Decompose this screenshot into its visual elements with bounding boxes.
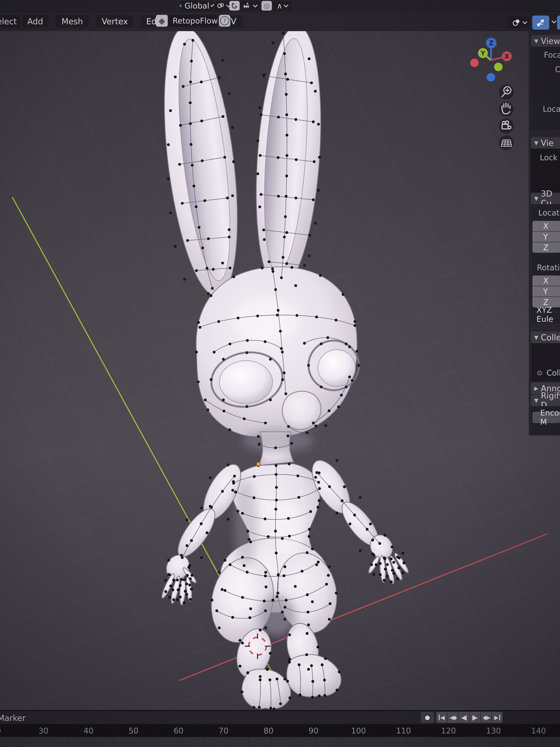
section-rigify[interactable]: ▼ Rigify D — [531, 395, 560, 406]
timeline-ruler[interactable]: 0 30 40 50 60 70 80 90 100 110 120 130 1… — [0, 724, 560, 737]
section-view-lock[interactable]: ▼ Vie — [531, 137, 560, 149]
jump-end-icon: ▶ — [494, 714, 499, 721]
triangle-down-icon: ▼ — [534, 397, 538, 404]
orthographic-toggle-button[interactable] — [499, 135, 514, 150]
transform-orientation-dropdown[interactable]: Global — [179, 1, 213, 10]
triangle-down-icon: ▼ — [534, 196, 538, 202]
frame-tick: 40 — [77, 726, 100, 735]
end-bar-icon — [499, 715, 500, 720]
sidebar-n-panel: ▼ View Foca C Local ▼ Vie Lock to ▼ 3D C… — [529, 31, 560, 435]
pan-button[interactable] — [499, 102, 514, 117]
proportional-editing-toggle[interactable]: ◎ — [262, 1, 272, 10]
menu-mesh[interactable]: Mesh — [56, 15, 89, 27]
triangle-down-icon: ▼ — [534, 140, 538, 146]
cursor-location-z-field[interactable]: Z — [532, 242, 560, 253]
section-view[interactable]: ▼ View — [531, 35, 560, 47]
triangle-right-icon: ▶ — [534, 385, 538, 391]
retopoflow-dropdown[interactable]: RetopoFlow — [169, 15, 217, 27]
gizmo-neg-x-ball[interactable] — [470, 58, 479, 67]
chevron-down-icon — [284, 3, 289, 7]
snap-magnet-icon — [231, 2, 238, 9]
help-icon: ? — [220, 16, 229, 25]
frame-tick: 140 — [527, 726, 550, 735]
3d-viewport[interactable]: Z Y X — [0, 31, 560, 710]
chevron-down-icon — [523, 19, 527, 24]
menu-add[interactable]: Add — [22, 15, 48, 27]
cursor-rotation-y-field[interactable]: Y — [532, 286, 560, 297]
frame-tick: 110 — [393, 726, 415, 735]
jump-to-end-button[interactable]: ▶ — [492, 712, 503, 723]
snap-toggle-button[interactable] — [229, 1, 240, 10]
timeline-tracks[interactable] — [0, 737, 560, 747]
frame-tick: 70 — [212, 726, 235, 735]
rotation-mode-dropdown[interactable]: XYZ Eule — [532, 309, 560, 320]
section-view-title: View — [541, 36, 560, 46]
viewport-header-row1: Global ◎ ∧ — [0, 0, 560, 11]
encode-metarig-button[interactable]: Encode M — [532, 411, 560, 423]
cursor-location-y-field[interactable]: Y — [532, 232, 560, 242]
retopoflow-label: RetopoFlow — [172, 16, 218, 25]
orientation-label: Global — [185, 1, 209, 10]
timeline-editor: Marker ● ◀ ◀◆ ◀ ▶ ◆▶ ▶ 0 30 40 50 60 70 … — [0, 710, 560, 747]
play-reverse-button[interactable]: ◀ — [458, 712, 469, 723]
snap-settings-dropdown[interactable] — [240, 1, 260, 10]
pivot-point-icon — [217, 2, 225, 9]
auto-key-record-button[interactable]: ● — [421, 712, 434, 723]
viewport-header-row2: Select Add Mesh Vertex Edge Face UV — [0, 11, 560, 32]
retopoflow-diamond-icon: ◆ — [159, 16, 165, 26]
chevron-down-icon — [253, 3, 258, 7]
gizmo-x-label: X — [504, 53, 509, 60]
retopoflow-help-button[interactable]: ? — [219, 15, 230, 27]
previous-keyframe-button[interactable]: ◀◆ — [447, 712, 458, 723]
jump-to-start-button[interactable]: ◀ — [436, 712, 447, 723]
triangle-down-icon: ▼ — [534, 38, 538, 44]
gizmo-y-label: Y — [480, 49, 485, 57]
xray-toggle-partial[interactable] — [557, 16, 560, 30]
cursor-rotation-x-field[interactable]: X — [532, 276, 560, 286]
frame-tick: 130 — [482, 726, 505, 735]
cursor-location-x-field[interactable]: X — [532, 221, 560, 231]
frame-tick: 80 — [258, 726, 279, 735]
snap-with-icon — [243, 2, 252, 9]
section-collections[interactable]: ▼ Collect — [531, 332, 560, 343]
falloff-curve-icon: ∧ — [277, 1, 283, 10]
marker-menu[interactable]: Marker — [0, 713, 26, 723]
jump-start-icon: ◀ — [441, 714, 445, 721]
3d-viewport-canvas[interactable]: Z Y X — [0, 31, 560, 710]
overlays-icon — [512, 18, 521, 26]
section-3d-cursor[interactable]: ▼ 3D Cu — [531, 193, 560, 204]
section-collections-title: Collect — [541, 333, 560, 342]
show-gizmo-toggle[interactable] — [532, 16, 549, 30]
gizmo-z-label: Z — [489, 39, 494, 47]
rabbit-mesh-model[interactable] — [152, 31, 410, 710]
prev-keyframe-icon: ◀◆ — [450, 714, 456, 721]
play-button[interactable]: ▶ — [470, 712, 480, 723]
camera-view-button[interactable] — [499, 119, 514, 133]
frame-tick: 30 — [32, 726, 55, 735]
next-keyframe-button[interactable]: ◆▶ — [481, 712, 491, 723]
next-keyframe-icon: ◆▶ — [483, 714, 489, 721]
proportional-editing-icon: ◎ — [264, 1, 270, 10]
frame-tick: 100 — [347, 726, 370, 735]
show-overlays-dropdown[interactable] — [508, 16, 530, 28]
focal-length-label: Foca — [544, 50, 560, 59]
navigation-gizmo[interactable]: Z Y X — [470, 37, 512, 81]
menu-select[interactable]: Select — [0, 15, 20, 27]
triangle-down-icon: ▼ — [534, 334, 538, 340]
chevron-down-icon — [210, 3, 214, 7]
zoom-button[interactable] — [499, 85, 514, 100]
lock-to-label: Lock to — [540, 153, 560, 162]
gizmo-neg-z-ball[interactable] — [487, 73, 495, 81]
frame-tick: 50 — [123, 726, 144, 735]
frame-tick: 90 — [302, 726, 325, 735]
collection-icon: ⊙ — [537, 369, 542, 377]
object-origin-dot — [257, 462, 260, 466]
playback-controls: ◀ ◀◆ ◀ ▶ ◆▶ ▶ — [436, 712, 503, 723]
proportional-falloff-dropdown[interactable]: ∧ — [273, 1, 292, 10]
frame-tick: 120 — [437, 726, 460, 735]
retopoflow-icon-button[interactable]: ◆ — [156, 15, 168, 27]
menu-vertex[interactable]: Vertex — [96, 15, 133, 27]
record-icon: ● — [425, 714, 430, 721]
collection-row[interactable]: ⊙ Collec — [537, 368, 560, 378]
gizmo-neg-y-ball[interactable] — [494, 62, 503, 71]
